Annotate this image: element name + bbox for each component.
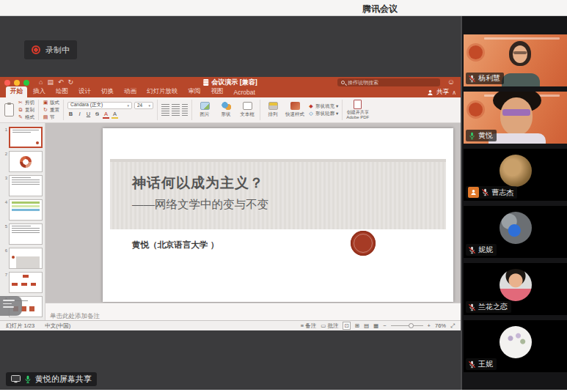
highlight-button[interactable]: A [111,111,118,119]
thumbnail-image [9,151,43,172]
shape-fill-icon: ◆ [308,103,314,109]
participant-nameplate: 黄悦 [466,130,497,141]
fit-slide-button[interactable]: ⤢ [450,322,455,330]
powerpoint-status-bar: 幻灯片 1/23 中文(中国) ≡ 备注 ▭ 批注 ⊡ ⊞ ▤ ▦ − + 76… [0,320,461,330]
participant-tile-2[interactable]: 黄悦 [464,92,567,144]
normal-view-button[interactable]: ⊡ [343,322,350,330]
tab-slideshow[interactable]: 幻灯片放映 [142,86,183,97]
participant-name: 兰花之恋 [478,302,508,312]
underline-button[interactable]: U [85,111,92,119]
shape-outline-button[interactable]: ◇形状轮廓▾ [308,111,338,117]
participant-avatar [500,326,532,358]
tab-transitions[interactable]: 切换 [97,86,118,97]
slide-thumbnail-1[interactable]: 1 [1,127,43,148]
tab-home[interactable]: 开始 [6,86,27,97]
create-share-adobe-pdf-button[interactable]: 创建并共享Adobe PDF [346,100,369,120]
tell-me-search-input[interactable]: 操作说明搜索 [337,78,440,86]
participant-nameplate: 曹志杰 [466,186,517,199]
numbering-button[interactable] [172,104,180,110]
language-indicator[interactable]: 中文(中国) [45,322,70,330]
italic-button[interactable]: I [76,111,83,119]
close-button[interactable] [4,80,10,86]
layout-button[interactable]: ▣版式 [43,100,59,106]
font-size-select[interactable]: 24▾ [134,102,153,109]
line-spacing-button[interactable] [182,111,188,117]
participant-name: 妮妮 [478,245,493,255]
meeting-stage: 录制中 ⌂ ▤ ↶ ↻ 会议演示 [兼容] [0,16,567,392]
participant-tile-1[interactable]: 杨利慧 [464,34,567,86]
quick-styles-button[interactable]: 快速样式 [285,102,304,118]
section-button[interactable]: ▤节 [43,114,59,121]
meeting-app-window: 腾讯会议 录制中 ⌂ ▤ ↶ ↻ 会议演示 [兼容] [0,0,567,392]
presenter-mic-icon [24,375,32,384]
bold-button[interactable]: B [67,111,74,119]
zoom-slider[interactable] [391,325,423,326]
tab-draw[interactable]: 绘图 [51,86,73,97]
sun-decoration [469,103,483,117]
floating-overlay[interactable] [0,296,22,316]
minimize-button[interactable] [14,80,20,86]
thumbnail-image [9,223,43,245]
participant-tile-3[interactable]: 曹志杰 [464,149,567,201]
shape-fill-button[interactable]: ◆形状填充▾ [308,103,338,110]
font-name-select[interactable]: Candara (正文)▾ [67,102,132,109]
cut-button[interactable]: ✂剪切 [18,100,34,106]
share-button[interactable]: 共享 [436,88,449,97]
thumbnail-image [9,127,43,148]
slide-editing-area[interactable]: 神话何以成为主义？ ——网络文学中的变与不变 黄悦（北京语言大学 ） [103,128,453,302]
bullets-button[interactable] [161,104,169,110]
document-icon [203,79,208,86]
tab-animations[interactable]: 动画 [120,86,141,97]
font-color-button[interactable]: A [103,111,109,119]
reading-view-button[interactable]: ▤ [364,322,369,329]
slide-author-text[interactable]: 黄悦（北京语言大学 ） [132,240,219,251]
reset-button[interactable]: ↻重置 [43,107,59,114]
slide-subtitle-text[interactable]: ——网络文学中的变与不变 [132,197,446,212]
slide-thumbnail-2[interactable]: 2 [1,151,43,172]
participant-tile-5[interactable]: 兰花之恋 [464,263,567,315]
maximize-button[interactable] [23,80,29,86]
paste-button[interactable] [4,103,14,117]
zoom-out-button[interactable]: − [383,322,386,329]
feedback-smiley-icon[interactable]: ☺ [447,78,455,86]
arrange-button[interactable]: 排列 [264,102,282,118]
align-left-button[interactable] [161,111,169,117]
tab-design[interactable]: 设计 [74,86,95,97]
copy-button[interactable]: ⧉复制 [18,107,34,114]
slide-thumbnail-5[interactable]: 5 [1,223,43,245]
shapes-icon [222,102,231,110]
tab-review[interactable]: 审阅 [184,86,205,97]
slide-sorter-view-button[interactable]: ⊞ [355,322,359,329]
tab-insert[interactable]: 插入 [29,86,50,97]
adobe-pdf-icon [354,100,362,109]
zoom-slider-knob[interactable] [409,323,414,328]
notes-toggle[interactable]: ≡ 备注 [301,322,316,330]
indent-button[interactable] [182,104,188,110]
tab-view[interactable]: 视图 [207,86,228,97]
thumbnail-image [9,199,43,221]
format-painter-icon: ✎ [18,114,23,120]
slideshow-view-button[interactable]: ▦ [373,322,378,329]
slide-title-text[interactable]: 神话何以成为主义？ [132,174,446,193]
notes-pane[interactable]: 单击此处添加备注 [45,303,461,320]
format-painter-button[interactable]: ✎格式 [18,114,34,121]
comments-toggle[interactable]: ▭ 批注 [321,322,338,330]
mic-active-icon [468,132,476,140]
slide-thumbnail-6[interactable]: 6 [1,248,43,269]
collapse-ribbon-icon[interactable]: ∧ [452,89,456,96]
insert-shape-button[interactable]: 形状 [217,102,235,118]
participant-tile-4[interactable]: 妮妮 [464,206,567,258]
slide-thumbnail-7[interactable]: 7 [1,272,43,293]
insert-textbox-button[interactable]: 文本框 [238,102,256,118]
tab-acrobat[interactable]: Acrobat [230,88,260,97]
insert-picture-button[interactable]: 图片 [196,102,213,118]
zoom-percentage[interactable]: 76% [435,322,446,329]
recording-indicator[interactable]: 录制中 [24,40,77,59]
thumbnail-image [9,272,43,293]
zoom-in-button[interactable]: + [428,322,431,329]
slide-thumbnail-3[interactable]: 3 [1,175,43,196]
participant-tile-6[interactable]: 王妮 [464,320,567,372]
strikethrough-button[interactable]: S [94,111,100,119]
align-center-button[interactable] [172,111,180,117]
slide-thumbnail-4[interactable]: 4 [1,199,43,221]
